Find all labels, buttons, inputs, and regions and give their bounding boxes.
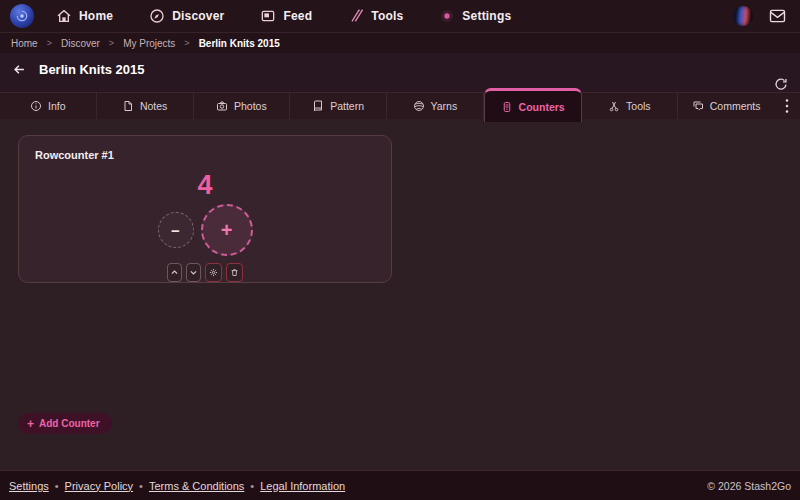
breadcrumb-discover[interactable]: Discover [61, 38, 100, 49]
footer-link-terms[interactable]: Terms & Conditions [149, 480, 244, 492]
tab-photos[interactable]: Photos [194, 93, 291, 119]
footer-separator: • [55, 480, 59, 492]
tab-label: Tools [626, 100, 651, 112]
footer-link-privacy-policy[interactable]: Privacy Policy [65, 480, 133, 492]
add-counter-label: Add Counter [39, 418, 100, 429]
counter-title: Rowcounter #1 [35, 149, 375, 161]
tab-label: Yarns [431, 100, 458, 112]
breadcrumb-my-projects[interactable]: My Projects [123, 38, 175, 49]
book-icon [312, 100, 324, 112]
nav-item-feed[interactable]: Feed [260, 8, 312, 24]
tab-label: Comments [710, 100, 761, 112]
nav-item-tools[interactable]: Tools [348, 8, 403, 24]
counter-value: 4 [35, 171, 375, 199]
tab-label: Counters [519, 101, 565, 113]
decrement-button[interactable]: − [158, 212, 194, 248]
back-button[interactable] [12, 62, 27, 77]
counter-icon [501, 101, 513, 113]
page-title: Berlin Knits 2015 [39, 62, 145, 77]
breadcrumb-home[interactable]: Home [11, 38, 38, 49]
footer: Settings • Privacy Policy • Terms & Cond… [0, 470, 800, 500]
increment-button[interactable]: + [201, 204, 253, 256]
camera-icon [216, 100, 228, 112]
title-row: Berlin Knits 2015 [0, 53, 800, 85]
nav-label: Discover [172, 9, 224, 23]
yarn-icon [413, 100, 425, 112]
tab-yarns[interactable]: Yarns [387, 93, 484, 119]
vertical-dots-icon [785, 99, 789, 113]
tab-label: Pattern [330, 100, 364, 112]
footer-link-settings[interactable]: Settings [9, 480, 49, 492]
tab-label: Notes [140, 100, 167, 112]
nav-right [733, 6, 786, 26]
footer-separator: • [250, 480, 254, 492]
move-up-button[interactable] [167, 263, 182, 282]
breadcrumb-current: Berlin Knits 2015 [199, 38, 280, 49]
nav-item-home[interactable]: Home [56, 8, 113, 24]
tab-pattern[interactable]: Pattern [290, 93, 387, 119]
compass-icon [149, 8, 165, 24]
user-avatar[interactable] [733, 6, 753, 26]
scissors-icon [608, 100, 620, 112]
tab-label: Photos [234, 100, 267, 112]
footer-copyright: © 2026 Stash2Go [707, 480, 791, 492]
delete-counter-button[interactable] [226, 263, 243, 282]
counter-card: Rowcounter #1 4 − + [18, 135, 392, 283]
trash-icon [230, 268, 239, 277]
mail-icon[interactable] [769, 9, 786, 23]
footer-link-legal[interactable]: Legal Information [260, 480, 345, 492]
counter-secondary-controls [35, 263, 375, 282]
breadcrumb-separator: > [109, 38, 114, 48]
counter-settings-button[interactable] [205, 263, 222, 282]
tab-counters[interactable]: Counters [484, 88, 582, 122]
move-down-button[interactable] [186, 263, 201, 282]
content-area: Rowcounter #1 4 − + + Add Counter [0, 119, 800, 477]
tab-overflow-menu[interactable] [774, 93, 800, 119]
page-header: Berlin Knits 2015 Info Notes Photos [0, 53, 800, 119]
tab-notes[interactable]: Notes [97, 93, 194, 119]
tab-comments[interactable]: Comments [678, 93, 774, 119]
breadcrumb: Home > Discover > My Projects > Berlin K… [0, 32, 800, 53]
chevron-down-icon [189, 268, 198, 277]
top-nav: Home Discover Feed Tools Settings [0, 0, 800, 32]
tab-info[interactable]: Info [0, 93, 97, 119]
chevron-up-icon [170, 268, 179, 277]
needles-icon [348, 8, 364, 24]
add-counter-button[interactable]: + Add Counter [18, 413, 112, 434]
comments-icon [692, 100, 704, 112]
home-icon [56, 8, 72, 24]
plus-icon: + [27, 419, 34, 429]
tab-tools[interactable]: Tools [582, 93, 679, 119]
logo-swirl-icon [15, 9, 29, 23]
info-icon [30, 100, 42, 112]
note-icon [122, 100, 134, 112]
nav-item-discover[interactable]: Discover [149, 8, 224, 24]
app-logo[interactable] [10, 4, 34, 28]
breadcrumb-separator: > [47, 38, 52, 48]
dot-icon [439, 8, 455, 24]
breadcrumb-separator: > [184, 38, 189, 48]
nav-item-settings[interactable]: Settings [439, 8, 511, 24]
counter-controls: − + [35, 204, 375, 256]
feed-icon [260, 8, 276, 24]
nav-label: Feed [283, 9, 312, 23]
tab-label: Info [48, 100, 66, 112]
tab-bar: Info Notes Photos Pattern Yarns [0, 92, 800, 119]
gear-icon [209, 268, 218, 277]
footer-separator: • [139, 480, 143, 492]
refresh-icon[interactable] [774, 77, 788, 91]
nav-label: Settings [462, 9, 511, 23]
nav-label: Home [79, 9, 113, 23]
nav-label: Tools [371, 9, 403, 23]
